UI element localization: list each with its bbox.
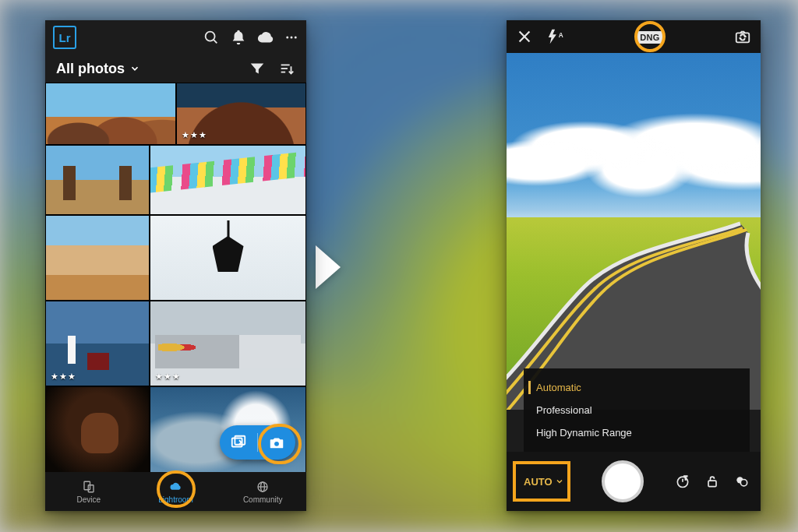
add-photo-fab[interactable] [220, 425, 295, 460]
svg-rect-11 [84, 481, 90, 490]
svg-point-3 [291, 37, 293, 39]
svg-point-25 [740, 480, 747, 486]
thumb-horse[interactable] [45, 386, 150, 472]
topbar-actions [203, 29, 298, 46]
svg-text:T: T [684, 475, 687, 481]
svg-line-1 [214, 40, 217, 43]
fab-divider [257, 433, 258, 452]
thumb-rock-formations[interactable] [45, 83, 176, 145]
presets-icon[interactable] [734, 474, 750, 489]
flash-auto-icon[interactable]: A [546, 28, 566, 45]
rating-stars: ★★★ [182, 130, 207, 140]
nav-label: Lightroom [158, 495, 192, 504]
mode-selector-label: AUTO [524, 476, 553, 488]
chevron-down-icon [129, 63, 140, 74]
switch-camera-icon[interactable] [734, 28, 751, 45]
svg-text:A: A [559, 32, 563, 39]
timer-icon[interactable]: T [675, 474, 690, 489]
chevron-down-icon [555, 477, 564, 486]
nav-lightroom[interactable]: Lightroom [132, 472, 220, 511]
import-photos-icon[interactable] [230, 434, 247, 451]
library-titlebar: All photos [45, 55, 306, 83]
shutter-button[interactable] [602, 460, 644, 502]
camera-screen: A DNG Automatic Profession [507, 20, 761, 511]
thumb-prayer-flags[interactable] [150, 145, 306, 215]
svg-point-0 [206, 32, 215, 41]
app-logo[interactable]: Lr [53, 26, 76, 49]
rating-stars: ★★★ [155, 372, 181, 382]
thumb-lighthouse[interactable]: ★★★ [45, 301, 150, 386]
filter-icon[interactable] [249, 60, 266, 77]
svg-rect-23 [708, 481, 716, 487]
lock-open-icon[interactable] [704, 474, 720, 489]
mode-option-professional[interactable]: Professional [524, 399, 750, 421]
svg-point-4 [295, 37, 297, 39]
thumb-street-lamp[interactable] [150, 215, 306, 301]
bottom-nav: Device Lightroom Community [45, 472, 306, 511]
collection-dropdown[interactable]: All photos [56, 61, 140, 77]
nav-device[interactable]: Device [45, 472, 132, 511]
nav-label: Community [243, 495, 283, 504]
format-badge[interactable]: DNG [637, 31, 662, 44]
thumb-adobe-church[interactable] [45, 145, 150, 215]
arrow-right-icon [316, 245, 341, 289]
svg-rect-12 [88, 484, 94, 491]
collection-title: All photos [56, 61, 125, 77]
rating-stars: ★★★ [51, 372, 76, 382]
close-icon[interactable] [516, 28, 533, 45]
camera-viewfinder[interactable] [507, 53, 761, 410]
camera-topbar: A DNG [507, 20, 761, 53]
library-screen: Lr All photos [45, 20, 306, 511]
nav-label: Device [77, 495, 101, 504]
camera-tools: T [675, 474, 750, 489]
thumb-rock-arch[interactable]: ★★★ [176, 83, 307, 145]
mode-selector-button[interactable]: AUTO [517, 468, 570, 495]
format-badge-wrap: DNG [637, 30, 662, 44]
mode-option-hdr[interactable]: High Dynamic Range [524, 421, 750, 444]
library-topbar: Lr [45, 20, 306, 55]
thumb-train[interactable]: ★★★ [150, 301, 306, 386]
camera-icon[interactable] [268, 434, 285, 451]
more-icon[interactable] [284, 29, 298, 46]
camera-bottombar: AUTO T [507, 452, 761, 511]
mode-option-automatic[interactable]: Automatic [524, 376, 750, 399]
nav-community[interactable]: Community [219, 472, 306, 511]
sort-icon[interactable] [278, 60, 295, 77]
viewfinder-clouds [507, 82, 761, 217]
cloud-icon[interactable] [257, 29, 274, 46]
svg-point-10 [274, 442, 279, 446]
svg-point-2 [286, 37, 288, 39]
photo-grid[interactable]: ★★★ ★★★ ★★★ [45, 83, 306, 472]
thumb-desert-mesa[interactable] [45, 215, 150, 301]
bell-icon[interactable] [230, 29, 247, 46]
capture-mode-menu: Automatic Professional High Dynamic Rang… [524, 368, 750, 452]
search-icon[interactable] [203, 29, 220, 46]
